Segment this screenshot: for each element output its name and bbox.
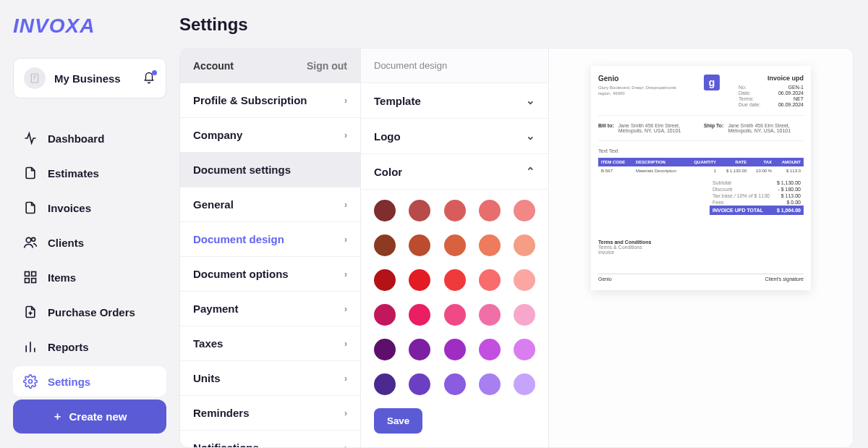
svg-point-1	[26, 237, 31, 242]
accordion-color[interactable]: Color ⌃	[361, 154, 548, 190]
color-swatch[interactable]	[444, 269, 466, 291]
nav-dashboard[interactable]: Dashboard	[13, 123, 166, 153]
svg-rect-5	[25, 279, 30, 283]
business-selector[interactable]: My Business	[13, 58, 166, 98]
save-button[interactable]: Save	[374, 408, 422, 434]
chevron-right-icon: ›	[344, 373, 347, 384]
color-swatch[interactable]	[374, 304, 396, 326]
color-swatch[interactable]	[479, 304, 501, 326]
nav-clients[interactable]: Clients	[13, 227, 166, 258]
color-swatch[interactable]	[444, 339, 466, 360]
color-swatch[interactable]	[479, 200, 501, 221]
settings-item-label: Company	[193, 129, 242, 141]
nav-label: Estimates	[48, 167, 99, 179]
color-swatch[interactable]	[514, 200, 535, 221]
color-swatch[interactable]	[479, 269, 501, 291]
color-swatch[interactable]	[479, 373, 501, 395]
color-swatch[interactable]	[409, 304, 430, 326]
chevron-down-icon: ⌄	[526, 94, 535, 107]
nav-invoices[interactable]: Invoices	[13, 193, 166, 223]
color-swatch[interactable]	[444, 373, 466, 395]
preview-company-name: Genio	[598, 75, 685, 83]
settings-item-taxes[interactable]: Taxes ›	[180, 326, 360, 361]
tot-val: $ 0.00	[787, 200, 801, 205]
color-swatch[interactable]	[444, 304, 466, 326]
nav-reports[interactable]: Reports	[13, 331, 166, 362]
meta-value: 06.09.2024	[772, 90, 804, 96]
settings-item-profile[interactable]: Profile & Subscription ›	[180, 83, 360, 118]
sign-out-link[interactable]: Sign out	[307, 60, 347, 72]
nav-settings[interactable]: Settings	[13, 366, 166, 397]
editor-breadcrumb: Document design	[361, 48, 548, 83]
settings-item-general[interactable]: General ›	[180, 187, 360, 222]
preview-terms: Terms and Conditions Terms & Conditions …	[598, 240, 804, 255]
tot-val: $ 113.00	[781, 193, 801, 198]
tot-label: Subtotal	[712, 180, 731, 185]
create-new-button[interactable]: ＋ Create new	[13, 400, 166, 434]
plus-icon: ＋	[52, 410, 63, 423]
nav-estimates[interactable]: Estimates	[13, 158, 166, 188]
tot-label: Fees	[712, 200, 724, 205]
chevron-right-icon: ›	[344, 96, 347, 106]
color-swatch[interactable]	[409, 269, 430, 291]
color-swatch[interactable]	[444, 200, 466, 221]
grid-icon	[23, 270, 38, 284]
settings-item-units[interactable]: Units ›	[180, 361, 360, 396]
svg-rect-6	[32, 279, 36, 283]
color-swatch[interactable]	[374, 269, 396, 291]
td-amount: $ 113.0	[775, 166, 804, 175]
meta-value: NET	[772, 96, 804, 101]
color-swatch[interactable]	[409, 339, 430, 360]
settings-item-label: Taxes	[193, 337, 223, 350]
settings-item-company[interactable]: Company ›	[180, 118, 360, 153]
color-swatch[interactable]	[409, 373, 430, 395]
settings-item-label: Units	[193, 372, 221, 384]
color-swatch[interactable]	[514, 234, 535, 256]
color-swatch[interactable]	[444, 234, 466, 256]
sig-right: Client's signature	[765, 276, 804, 282]
settings-item-label: General	[193, 198, 234, 211]
color-swatch[interactable]	[374, 234, 396, 256]
settings-item-payment[interactable]: Payment ›	[180, 292, 360, 326]
nav-items[interactable]: Items	[13, 262, 166, 292]
settings-item-label: Reminders	[193, 407, 250, 419]
tot-val: $ 1,130.00	[777, 180, 801, 185]
notifications-icon[interactable]	[142, 72, 156, 85]
settings-item-reminders[interactable]: Reminders ›	[180, 396, 360, 431]
chevron-right-icon: ›	[344, 269, 347, 279]
color-swatch[interactable]	[409, 234, 430, 256]
settings-item-label: Payment	[193, 303, 239, 315]
meta-label: Terms:	[739, 96, 765, 101]
color-swatch[interactable]	[374, 339, 396, 360]
file-plus-icon	[23, 305, 38, 319]
preview-doc-title: Invoice upd	[739, 75, 804, 82]
color-swatch[interactable]	[514, 269, 535, 291]
nav-purchase-orders[interactable]: Purchase Orders	[13, 297, 166, 327]
color-swatch[interactable]	[409, 200, 430, 221]
accordion-logo[interactable]: Logo ⌄	[361, 119, 548, 154]
color-swatch[interactable]	[374, 373, 396, 395]
file-icon	[23, 200, 38, 215]
color-swatch[interactable]	[514, 373, 535, 395]
invoice-word: Invoice	[598, 250, 804, 255]
settings-item-label: Document settings	[193, 164, 291, 176]
td-qty: 1	[686, 166, 719, 175]
color-swatch[interactable]	[514, 304, 535, 326]
gear-icon	[23, 374, 38, 389]
color-swatch[interactable]	[514, 339, 535, 360]
settings-panels: Account Sign out Profile & Subscription …	[179, 48, 854, 448]
color-swatch[interactable]	[479, 339, 501, 360]
color-swatch[interactable]	[479, 234, 501, 256]
accordion-label: Color	[374, 166, 402, 178]
brand-logo: INVOXA	[13, 14, 166, 38]
nav-label: Clients	[48, 237, 84, 249]
file-icon	[23, 166, 38, 180]
color-swatch[interactable]	[374, 200, 396, 221]
settings-item-document-options[interactable]: Document options ›	[180, 257, 360, 292]
settings-item-document-design[interactable]: Document design ›	[180, 222, 360, 257]
settings-section-documents: Document settings	[180, 153, 360, 187]
settings-item-notifications[interactable]: Notifications ›	[180, 431, 360, 447]
nav-label: Dashboard	[48, 132, 104, 145]
accordion-label: Logo	[374, 130, 401, 143]
accordion-template[interactable]: Template ⌄	[361, 83, 548, 119]
